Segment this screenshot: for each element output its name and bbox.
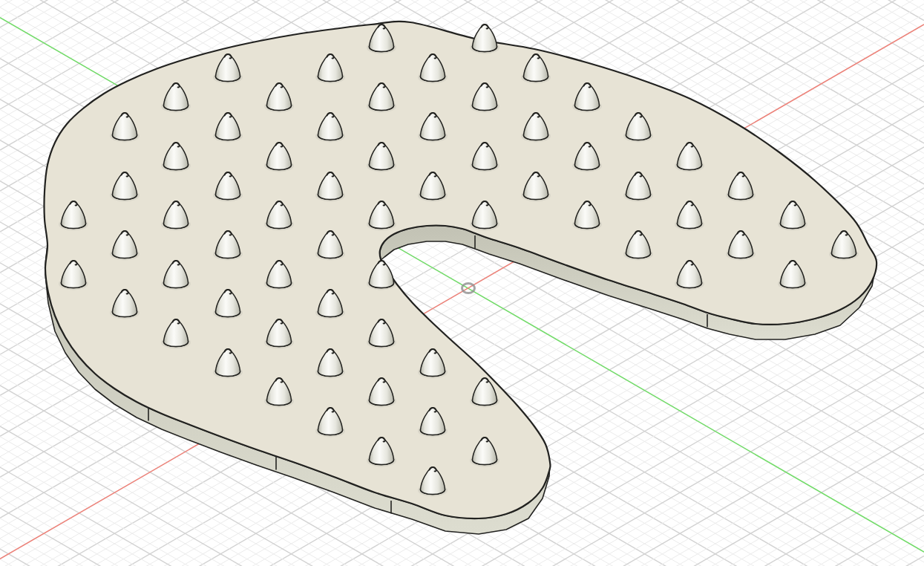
grid-minor-line — [0, 546, 924, 566]
grid-minor-line — [0, 539, 924, 566]
scene-svg — [0, 0, 924, 566]
grid-major-line — [0, 0, 924, 21]
cad-viewport[interactable] — [0, 0, 924, 566]
